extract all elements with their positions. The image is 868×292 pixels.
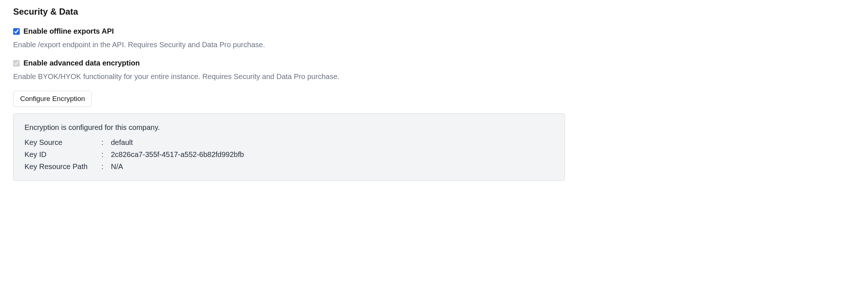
kv-colon: : xyxy=(101,162,111,171)
kv-row: Key Source : default xyxy=(25,138,554,147)
encryption-info-card: Encryption is configured for this compan… xyxy=(13,113,565,181)
option-row: Enable offline exports API xyxy=(13,27,855,35)
kv-label: Key ID xyxy=(25,150,101,159)
offline-exports-description: Enable /export endpoint in the API. Requ… xyxy=(13,39,855,50)
advanced-encryption-checkbox xyxy=(13,60,20,67)
option-offline-exports: Enable offline exports API Enable /expor… xyxy=(13,27,855,50)
kv-value: 2c826ca7-355f-4517-a552-6b82fd992bfb xyxy=(111,150,554,159)
kv-value: default xyxy=(111,138,554,147)
section-title: Security & Data xyxy=(13,7,855,17)
kv-label: Key Resource Path xyxy=(25,162,101,171)
advanced-encryption-description: Enable BYOK/HYOK functionality for your … xyxy=(13,71,855,82)
kv-row: Key Resource Path : N/A xyxy=(25,162,554,171)
kv-value: N/A xyxy=(111,162,554,171)
encryption-info-title: Encryption is configured for this compan… xyxy=(25,123,554,132)
kv-row: Key ID : 2c826ca7-355f-4517-a552-6b82fd9… xyxy=(25,150,554,159)
option-advanced-encryption: Enable advanced data encryption Enable B… xyxy=(13,59,855,82)
kv-colon: : xyxy=(101,150,111,159)
configure-encryption-button[interactable]: Configure Encryption xyxy=(13,91,92,107)
advanced-encryption-label[interactable]: Enable advanced data encryption xyxy=(23,59,140,67)
kv-colon: : xyxy=(101,138,111,147)
kv-label: Key Source xyxy=(25,138,101,147)
offline-exports-label[interactable]: Enable offline exports API xyxy=(23,27,114,35)
option-row: Enable advanced data encryption xyxy=(13,59,855,67)
offline-exports-checkbox[interactable] xyxy=(13,28,20,35)
